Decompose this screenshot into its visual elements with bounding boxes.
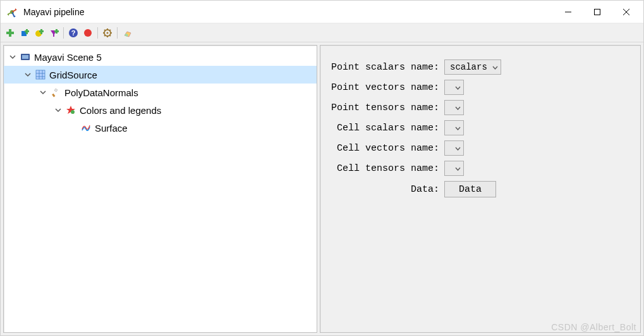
add-scene-icon[interactable] <box>18 26 32 40</box>
button-label: Data <box>459 184 482 195</box>
svg-line-29 <box>109 35 111 36</box>
svg-text:?: ? <box>71 29 76 37</box>
point-tensors-combo[interactable] <box>444 100 464 115</box>
expander-icon[interactable] <box>53 105 63 115</box>
chevron-down-icon <box>455 163 461 173</box>
prop-label-cell-tensors: Cell tensors name: <box>331 161 444 176</box>
tree-node-label: Colors and legends <box>80 105 161 116</box>
prop-label-cell-scalars: Cell scalars name: <box>331 120 444 135</box>
close-button[interactable] <box>612 2 641 22</box>
chevron-down-icon <box>455 143 461 153</box>
cell-scalars-combo[interactable] <box>444 120 464 135</box>
surface-icon <box>81 123 91 133</box>
poly-normals-icon <box>51 87 61 97</box>
scene-icon <box>20 52 30 62</box>
svg-rect-18 <box>54 30 59 32</box>
cell-vectors-combo[interactable] <box>444 140 464 156</box>
tree-node-label: PolyDataNormals <box>64 87 138 98</box>
tree-node-label: Mayavi Scene 5 <box>34 52 102 63</box>
tree-node-polydatanormals[interactable]: PolyDataNormals <box>4 84 317 101</box>
svg-line-30 <box>109 30 111 31</box>
svg-rect-36 <box>36 70 45 79</box>
minimize-button[interactable] <box>554 2 583 22</box>
watermark: CSDN @Albert_Bolt <box>551 322 636 332</box>
toolbar: ? <box>1 23 643 42</box>
chevron-down-icon <box>492 62 498 72</box>
app-icon <box>6 6 18 18</box>
svg-rect-5 <box>595 9 600 15</box>
client-area: Mayavi Scene 5 GridSource <box>1 42 643 335</box>
svg-point-21 <box>84 29 92 37</box>
combo-value: scalars <box>450 62 487 72</box>
toolbar-separator <box>117 27 118 39</box>
record-icon[interactable] <box>81 26 95 40</box>
toolbar-separator <box>97 27 98 39</box>
chevron-down-icon <box>455 103 461 113</box>
titlebar: Mayavi pipeline <box>1 1 643 23</box>
help-icon[interactable]: ? <box>66 26 80 40</box>
tree-node-gridsource[interactable]: GridSource <box>4 66 317 84</box>
point-vectors-combo[interactable] <box>444 80 464 95</box>
expander-icon[interactable] <box>8 52 18 62</box>
svg-rect-9 <box>6 32 14 34</box>
add-filter-icon[interactable] <box>47 26 61 40</box>
eraser-icon[interactable] <box>120 26 134 40</box>
prop-label-cell-vectors: Cell vectors name: <box>331 140 444 156</box>
tree-node-surface[interactable]: Surface <box>4 119 317 137</box>
expander-icon[interactable] <box>38 87 48 97</box>
expander-spacer <box>68 123 78 133</box>
prop-label-point-vectors: Point vectors name: <box>331 80 444 95</box>
tree-node-scene[interactable]: Mayavi Scene 5 <box>4 48 317 66</box>
svg-rect-12 <box>25 30 29 32</box>
grid-source-icon <box>35 70 46 80</box>
point-scalars-combo[interactable]: scalars <box>444 59 501 75</box>
tree-node-label: Surface <box>95 123 128 134</box>
add-icon[interactable] <box>3 26 17 40</box>
svg-rect-15 <box>39 30 44 32</box>
chevron-down-icon <box>455 123 461 133</box>
settings-gear-icon[interactable] <box>100 26 114 40</box>
svg-rect-41 <box>52 94 55 97</box>
tree-node-colors-legends[interactable]: Colors and legends <box>4 101 317 119</box>
properties-pane: Point scalars name: scalars Point vector… <box>320 45 641 333</box>
svg-rect-35 <box>22 55 28 59</box>
expander-icon[interactable] <box>23 70 33 80</box>
tree-pane[interactable]: Mayavi Scene 5 GridSource <box>3 45 317 333</box>
svg-line-31 <box>104 35 106 36</box>
prop-label-point-scalars: Point scalars name: <box>331 59 444 75</box>
window-title: Mayavi pipeline <box>23 7 554 17</box>
chevron-down-icon <box>455 82 461 92</box>
prop-label-point-tensors: Point tensors name: <box>331 100 444 115</box>
prop-label-data: Data: <box>331 181 444 197</box>
data-button[interactable]: Data <box>444 181 496 197</box>
toolbar-separator <box>63 27 64 39</box>
svg-point-23 <box>107 32 109 34</box>
svg-line-28 <box>104 30 106 31</box>
add-module-icon[interactable] <box>32 26 46 40</box>
svg-point-44 <box>71 110 75 114</box>
cell-tensors-combo[interactable] <box>444 161 464 176</box>
colors-legends-icon <box>66 105 76 115</box>
svg-marker-42 <box>54 89 58 92</box>
maximize-button[interactable] <box>583 2 612 22</box>
tree-node-label: GridSource <box>49 70 97 80</box>
